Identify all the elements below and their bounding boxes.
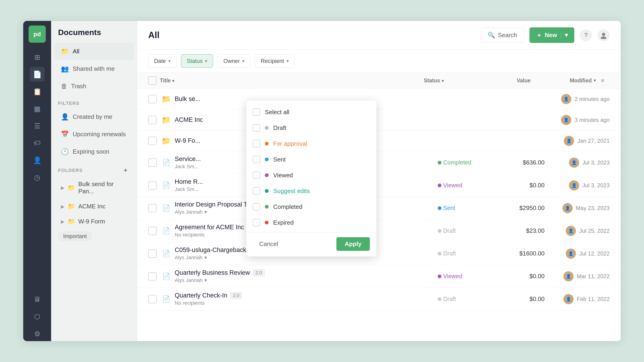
folder-acme-label: ACME Inc [78,203,106,210]
filter-date-button[interactable]: Date ▾ [148,54,176,68]
help-button[interactable]: ? [580,29,592,41]
apply-button[interactable]: Apply [336,237,370,251]
filter-recipient-button[interactable]: Recipient ▾ [255,54,294,68]
nav-icon-template[interactable]: 📋 [30,84,44,99]
dropdown-select-all[interactable]: Select all [246,104,376,120]
dropdown-item-suggest-edits[interactable]: Suggest edits [246,183,376,199]
row-checkbox[interactable] [148,116,156,124]
for-approval-checkbox[interactable] [253,140,260,147]
folder-bulk[interactable]: ▶ 📁 Bulk send for Pan... [54,177,134,199]
folder-acme[interactable]: ▶ 📁 ACME Inc [54,199,134,214]
chevron-down-icon: ▾ [168,58,170,64]
draft-checkbox[interactable] [253,124,260,132]
tag-important[interactable]: Important [58,231,92,241]
search-button[interactable]: 🔍 Search [481,28,524,43]
draft-dot [265,126,268,130]
svg-point-1 [601,36,606,39]
row-checkbox[interactable] [148,95,156,103]
nav-icon-settings[interactable]: ⚙ [30,326,44,341]
viewed-checkbox[interactable] [253,172,260,179]
sidebar-item-trash[interactable]: 🗑 Trash [54,78,134,95]
row-checkbox[interactable] [148,249,156,258]
nav-panel-title: Documents [51,28,137,42]
nav-icon-blocks[interactable]: ▦ [30,101,44,116]
row-modified: 👤 Jul 25, 2022 [544,226,610,236]
folder-w9-label: W-9 Form [78,218,105,225]
folders-section-label: FOLDERS [58,168,83,173]
row-status: Viewed [438,182,503,189]
row-checkbox[interactable] [148,181,156,189]
nav-icon-contacts[interactable]: 👤 [30,153,44,168]
table-row[interactable]: 📁 Bulk se... 👤 2 minutes ago [137,89,621,110]
dropdown-item-draft[interactable]: Draft [246,120,376,136]
table-row[interactable]: 📄 Service... Jack Sm... Completed $636.0… [137,151,621,174]
row-subtitle: Alys Jannah ▾ [175,277,438,283]
add-folder-button[interactable]: + [122,166,130,175]
nav-icon-tag[interactable]: 🏷 [30,136,44,150]
completed-checkbox[interactable] [253,203,260,210]
filter-renewals[interactable]: 📅 Upcoming renewals [54,126,134,143]
sidebar-item-all[interactable]: 📁 All [54,43,134,60]
expired-checkbox[interactable] [253,219,260,226]
table-row[interactable]: 📁 ACME Inc 👤 3 minutes ago [137,110,621,130]
dropdown-item-sent[interactable]: Sent [246,152,376,167]
row-checkbox[interactable] [148,227,156,235]
dropdown-item-for-approval[interactable]: For approval [246,136,376,152]
filter-owner-button[interactable]: Owner ▾ [218,54,250,68]
filter-expiring[interactable]: 🕐 Expiring soon [54,143,134,160]
table-row[interactable]: 📄 Interior Design Proposal Template 2.0 … [137,197,621,219]
table-row[interactable]: 📁 W-9 Fo... 👤 Jan 27, 2021 [137,130,621,151]
folder-icon: 📁 [160,95,172,104]
table-row[interactable]: 📄 Quarterly Business Review 2.0 Alys Jan… [137,265,621,288]
dropdown-item-expired[interactable]: Expired [246,215,376,230]
dropdown-item-viewed[interactable]: Viewed [246,167,376,183]
nav-icon-monitor[interactable]: 🖥 [30,292,44,307]
sent-dot [265,158,268,161]
nav-icon-form[interactable]: ☰ [30,118,44,133]
row-subtitle: No recipients [175,300,438,306]
folder-w9[interactable]: ▶ 📁 W-9 Form [54,214,134,229]
row-modified: 👤 Jul 12, 2022 [544,248,610,259]
columns-icon[interactable]: ≡ [596,77,610,84]
cancel-button[interactable]: Cancel [253,237,284,251]
sort-title-icon[interactable]: ▾ [172,79,174,83]
button-divider [561,32,561,38]
clock-icon: 🕐 [61,148,69,156]
nav-icon-grid[interactable]: ⊞ [30,50,44,64]
select-all-checkbox[interactable] [253,108,260,116]
row-checkbox[interactable] [148,159,156,167]
col-status[interactable]: Status ▾ [424,77,489,84]
row-checkbox[interactable] [148,204,156,212]
nav-icon-docs[interactable]: 📄 [30,67,44,82]
table-row[interactable]: 📄 C059-usluga-Chargeback-formularz 2.0 A… [137,242,621,265]
filter-bar: Date ▾ Status ▾ Owner ▾ Recipient ▾ [137,50,621,73]
select-all-checkbox[interactable] [148,76,160,85]
table-row[interactable]: 📄 Quarterly Check-In 2.0 No recipients D… [137,288,621,311]
suggest-edits-status: Suggest edits [265,187,310,195]
filter-status-button[interactable]: Status ▾ [181,54,213,68]
table-row[interactable]: 📄 Home R... Jack Sm... Viewed $0.00 👤 Ju… [137,174,621,197]
col-modified[interactable]: Modified ▾ [531,77,596,84]
row-checkbox[interactable] [148,295,156,303]
row-value: $1600.00 [503,250,544,257]
folder-icon: 📁 [160,116,172,124]
version-badge: 2.0 [230,292,242,299]
filter-created[interactable]: 👤 Created by me [54,108,134,125]
sidebar-item-shared[interactable]: 👥 Shared with me [54,60,134,77]
new-button[interactable]: ＋ New ▾ [530,27,574,43]
table-row[interactable]: 📄 Agreement for ACME Inc 👥 2.0 No recipi… [137,219,621,242]
sent-checkbox[interactable] [253,156,260,163]
row-checkbox[interactable] [148,272,156,281]
app-logo[interactable]: pd [28,25,46,43]
dropdown-item-completed[interactable]: Completed [246,199,376,215]
row-checkbox[interactable] [148,137,156,145]
suggest-edits-checkbox[interactable] [253,187,260,195]
nav-icon-3d[interactable]: ⬡ [30,309,44,324]
user-avatar[interactable] [598,29,610,41]
nav-icon-analytics[interactable]: ◷ [30,170,44,185]
completed-dot [265,205,268,209]
folder-bulk-label: Bulk send for Pan... [78,181,127,195]
doc-icon: 📄 [160,181,172,189]
expired-status: Expired [265,219,294,226]
sort-status-icon: ▾ [442,79,444,83]
